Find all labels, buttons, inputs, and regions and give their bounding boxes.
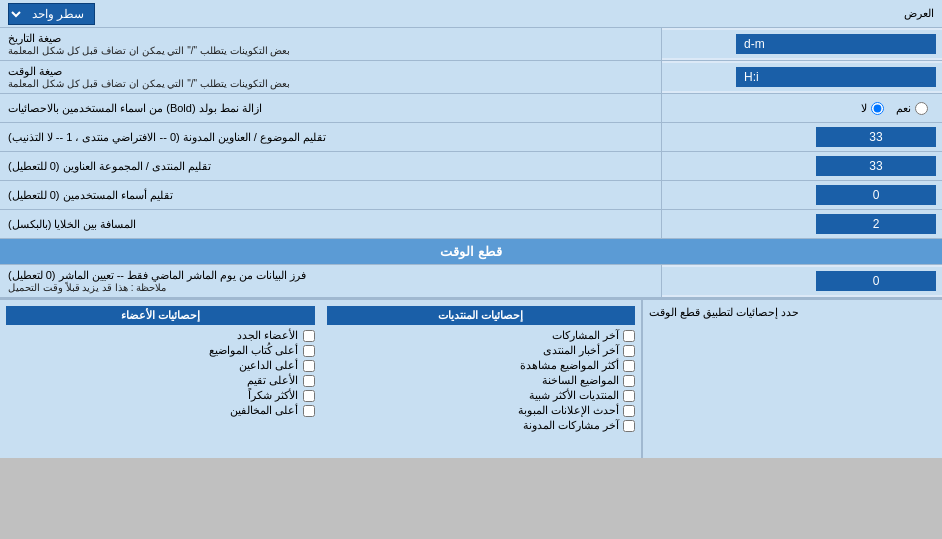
list-item: أعلى كُتاب المواضيع xyxy=(6,344,315,357)
cutoff-section-header: قطع الوقت xyxy=(0,239,942,265)
section-label: العرض xyxy=(904,7,934,20)
radio-yes-label[interactable]: نعم xyxy=(896,102,928,115)
list-item: المواضيع الساخنة xyxy=(327,374,636,387)
cutoff-sublabel: ملاحظة : هذا قد يزيد قبلاً وقت التحميل xyxy=(8,282,166,293)
users-order-input[interactable] xyxy=(816,185,936,205)
date-format-input[interactable] xyxy=(736,34,936,54)
bold-remove-label: ازالة نمط بولد (Bold) من اسماء المستخدمي… xyxy=(8,102,262,115)
list-item: آخر المشاركات xyxy=(327,329,636,342)
checkbox-forum-7[interactable] xyxy=(623,420,635,432)
users-order-label: تقليم أسماء المستخدمين (0 للتعطيل) xyxy=(8,189,173,202)
cell-spacing-input[interactable] xyxy=(816,214,936,234)
time-format-input[interactable] xyxy=(736,67,936,87)
checkbox-member-1[interactable] xyxy=(303,330,315,342)
cutoff-label: فرز البيانات من يوم الماشر الماضي فقط --… xyxy=(8,269,306,282)
col2-title: إحصائيات الأعضاء xyxy=(6,306,315,325)
display-dropdown[interactable]: سطر واحد سطران ثلاثة أسطر xyxy=(8,3,95,25)
time-format-label: صيغة الوقت xyxy=(8,65,62,78)
list-item: آخر أخبار المنتدى xyxy=(327,344,636,357)
list-item: المنتديات الأكثر شبية xyxy=(327,389,636,402)
radio-no-label[interactable]: لا xyxy=(861,102,884,115)
checkbox-forum-6[interactable] xyxy=(623,405,635,417)
checkbox-member-3[interactable] xyxy=(303,360,315,372)
list-item: الأعلى تقيم xyxy=(6,374,315,387)
list-item: أكثر المواضيع مشاهدة xyxy=(327,359,636,372)
checkbox-forum-5[interactable] xyxy=(623,390,635,402)
bottom-left-label: حدد إحصائيات لتطبيق قطع الوقت xyxy=(642,300,942,458)
col1-title: إحصائيات المنتديات xyxy=(327,306,636,325)
date-format-label: صيغة التاريخ xyxy=(8,32,61,45)
checkbox-member-6[interactable] xyxy=(303,405,315,417)
checkbox-member-2[interactable] xyxy=(303,345,315,357)
list-item: أعلى المخالفين xyxy=(6,404,315,417)
cell-spacing-label: المسافة بين الخلايا (بالبكسل) xyxy=(8,218,137,231)
forum-order-label: تقليم المنتدى / المجموعة العناوين (0 للت… xyxy=(8,160,211,173)
list-item: أعلى الداعين xyxy=(6,359,315,372)
cutoff-input[interactable] xyxy=(816,271,936,291)
list-item: آخر مشاركات المدونة xyxy=(327,419,636,432)
checkbox-forum-2[interactable] xyxy=(623,345,635,357)
checkbox-forum-1[interactable] xyxy=(623,330,635,342)
date-format-sublabel: بعض التكوينات يتطلب "/" التي يمكن ان تضا… xyxy=(8,45,290,56)
list-item: الأعضاء الجدد xyxy=(6,329,315,342)
list-item: الأكثر شكراً xyxy=(6,389,315,402)
checkbox-member-4[interactable] xyxy=(303,375,315,387)
forum-order-input[interactable] xyxy=(816,156,936,176)
list-item: أحدث الإعلانات المبوبة xyxy=(327,404,636,417)
checkbox-forum-4[interactable] xyxy=(623,375,635,387)
checkbox-forum-3[interactable] xyxy=(623,360,635,372)
topics-order-label: تقليم الموضوع / العناوين المدونة (0 -- ا… xyxy=(8,131,326,144)
topics-order-input[interactable] xyxy=(816,127,936,147)
radio-no[interactable] xyxy=(871,102,884,115)
radio-yes[interactable] xyxy=(915,102,928,115)
checkbox-member-5[interactable] xyxy=(303,390,315,402)
time-format-sublabel: بعض التكوينات يتطلب "/" التي يمكن ان تضا… xyxy=(8,78,290,89)
